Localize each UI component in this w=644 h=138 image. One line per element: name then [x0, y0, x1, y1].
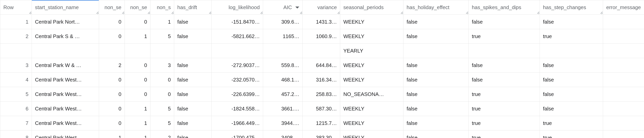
cell-row-number: 7: [0, 116, 32, 130]
cell-has-spikes-and-dips: true: [469, 87, 540, 102]
cell-variance: 1060.9…: [303, 29, 340, 44]
resize-handle-icon[interactable]: [96, 11, 98, 14]
col-header-has-holiday-effect[interactable]: has_holiday_effect: [404, 0, 469, 15]
cell-has-drift: false: [174, 130, 212, 138]
resize-handle-icon[interactable]: [147, 11, 150, 14]
cell-seasonal-periods: WEEKLY: [340, 102, 404, 116]
table-row[interactable]: 8Central Park West…112false-1700.475…340…: [0, 130, 644, 138]
col-header-seasonal-periods[interactable]: seasonal_periods: [340, 0, 404, 15]
col-header-has-drift-label: has_drift: [177, 4, 197, 11]
table-row[interactable]: 1Central Park Nort…001false-151.8470…309…: [0, 15, 644, 29]
cell-non-s2: 0: [125, 15, 150, 29]
cell-aic: 559.8…: [263, 58, 303, 73]
col-header-aic[interactable]: AIC: [263, 0, 303, 15]
cell-non-s1: [99, 44, 125, 58]
cell-non-s3: 5: [150, 116, 174, 130]
cell-aic: 3661.…: [263, 102, 303, 116]
col-header-log-likelihood[interactable]: log_likelihood: [212, 0, 263, 15]
col-header-non-s3[interactable]: non_s: [150, 0, 174, 15]
col-header-error-message[interactable]: error_message: [603, 0, 644, 15]
table-row[interactable]: 4Central Park West…000false-232.0570…468…: [0, 73, 644, 87]
col-header-station[interactable]: start_station_name: [32, 0, 99, 15]
cell-error-message: [603, 15, 644, 29]
resize-handle-icon[interactable]: [28, 11, 31, 14]
resize-handle-icon[interactable]: [208, 11, 211, 14]
cell-non-s2: 1: [125, 29, 150, 44]
cell-non-s2: 0: [125, 87, 150, 102]
resize-handle-icon[interactable]: [260, 11, 262, 14]
cell-non-s1: 2: [99, 58, 125, 73]
table-row[interactable]: 5Central Park West…000false-226.6399…457…: [0, 87, 644, 102]
cell-non-s1: 1: [99, 130, 125, 138]
resize-handle-icon[interactable]: [536, 11, 539, 14]
cell-log-likelihood: -151.8470…: [212, 15, 263, 29]
cell-has-holiday-effect: false: [404, 58, 469, 73]
sort-desc-icon: [295, 7, 299, 9]
cell-error-message: [603, 87, 644, 102]
cell-aic: 1165…: [263, 29, 303, 44]
table-row[interactable]: 3Central Park W & …203false-272.9037…559…: [0, 58, 644, 73]
cell-has-step-changes: false: [540, 73, 603, 87]
cell-non-s2: 1: [125, 102, 150, 116]
col-header-row[interactable]: Row: [0, 0, 32, 15]
cell-non-s3: 0: [150, 73, 174, 87]
col-header-non-s3-label: non_s: [157, 4, 171, 11]
resize-handle-icon[interactable]: [121, 11, 124, 14]
col-header-seasonal-periods-label: seasonal_periods: [343, 4, 384, 11]
col-header-has-spikes-and-dips[interactable]: has_spikes_and_dips: [469, 0, 540, 15]
cell-variance: 587.30…: [303, 102, 340, 116]
cell-row-number: 2: [0, 29, 32, 44]
table-sub-row[interactable]: YEARLY: [0, 44, 644, 58]
cell-variance: 383.30…: [303, 130, 340, 138]
col-header-has-step-changes[interactable]: has_step_changes: [540, 0, 603, 15]
cell-has-drift: [174, 44, 212, 58]
cell-non-s1: 0: [99, 29, 125, 44]
resize-handle-icon[interactable]: [299, 11, 302, 14]
cell-error-message: [603, 102, 644, 116]
col-header-variance-label: variance: [318, 4, 337, 11]
cell-error-message: [603, 29, 644, 44]
table-row[interactable]: 7Central Park West…015false-1966.449…394…: [0, 116, 644, 130]
cell-has-drift: false: [174, 58, 212, 73]
cell-has-holiday-effect: false: [404, 87, 469, 102]
cell-non-s3: 3: [150, 58, 174, 73]
table-row[interactable]: 6Central Park West…015false-1824.558…366…: [0, 102, 644, 116]
cell-error-message: [603, 73, 644, 87]
cell-seasonal-periods: NO_SEASONA…: [340, 87, 404, 102]
cell-log-likelihood: -232.0570…: [212, 73, 263, 87]
cell-seasonal-periods: YEARLY: [340, 44, 404, 58]
cell-seasonal-periods: WEEKLY: [340, 15, 404, 29]
col-header-has-spikes-and-dips-label: has_spikes_and_dips: [472, 4, 521, 11]
resize-handle-icon[interactable]: [337, 11, 340, 14]
cell-variance: 316.34…: [303, 73, 340, 87]
col-header-aic-label: AIC: [283, 4, 292, 11]
cell-has-holiday-effect: false: [404, 116, 469, 130]
cell-seasonal-periods: WEEKLY: [340, 116, 404, 130]
cell-has-spikes-and-dips: true: [469, 130, 540, 138]
cell-non-s1: 0: [99, 73, 125, 87]
col-header-station-label: start_station_name: [35, 4, 79, 11]
cell-has-spikes-and-dips: [469, 44, 540, 58]
cell-non-s3: 1: [150, 15, 174, 29]
cell-has-holiday-effect: [404, 44, 469, 58]
col-header-variance[interactable]: variance: [303, 0, 340, 15]
table-row[interactable]: 2Central Park S & …015false-5821.662…116…: [0, 29, 644, 44]
cell-has-holiday-effect: false: [404, 73, 469, 87]
resize-handle-icon[interactable]: [465, 11, 468, 14]
cell-has-drift: false: [174, 73, 212, 87]
resize-handle-icon[interactable]: [600, 11, 602, 14]
col-header-has-holiday-effect-label: has_holiday_effect: [406, 4, 449, 11]
cell-non-s3: 0: [150, 87, 174, 102]
cell-non-s3: 2: [150, 130, 174, 138]
col-header-log-likelihood-label: log_likelihood: [228, 4, 260, 11]
cell-non-s1: 0: [99, 116, 125, 130]
cell-non-s2: 1: [125, 130, 150, 138]
col-header-non-s1[interactable]: non_se: [99, 0, 125, 15]
cell-has-drift: false: [174, 87, 212, 102]
resize-handle-icon[interactable]: [400, 11, 403, 14]
resize-handle-icon[interactable]: [171, 11, 174, 14]
cell-aic: 309.6…: [263, 15, 303, 29]
col-header-non-s2[interactable]: non_se: [125, 0, 150, 15]
cell-non-s3: 5: [150, 102, 174, 116]
col-header-has-drift[interactable]: has_drift: [174, 0, 212, 15]
